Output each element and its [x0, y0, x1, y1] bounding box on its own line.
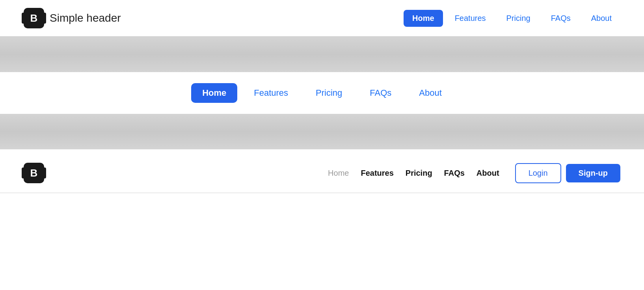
header-2: Home Features Pricing FAQs About	[0, 72, 644, 114]
nav3-about[interactable]: About	[476, 169, 499, 178]
brand: B Simple header	[24, 8, 121, 28]
nav1-home[interactable]: Home	[404, 10, 443, 27]
gray-band-2	[0, 114, 644, 149]
nav2-pricing[interactable]: Pricing	[305, 83, 353, 103]
login-button[interactable]: Login	[515, 163, 561, 183]
header-1: B Simple header Home Features Pricing FA…	[0, 0, 644, 36]
nav3-home[interactable]: Home	[328, 169, 349, 178]
header-3: B Home Features Pricing FAQs About Login…	[0, 153, 644, 193]
nav2-home[interactable]: Home	[191, 83, 237, 103]
nav2-faqs[interactable]: FAQs	[359, 83, 402, 103]
nav3-faqs[interactable]: FAQs	[444, 169, 465, 178]
brand-letter-3: B	[30, 167, 38, 179]
nav2-features[interactable]: Features	[243, 83, 299, 103]
nav-3: Home Features Pricing FAQs About	[328, 169, 499, 178]
signup-button[interactable]: Sign-up	[566, 164, 620, 182]
divider-3	[0, 193, 644, 193]
brand-title: Simple header	[50, 12, 121, 24]
brand-3: B	[24, 163, 44, 183]
brand-icon: B	[24, 8, 44, 28]
nav-1: Home Features Pricing FAQs About	[404, 10, 620, 27]
brand-letter: B	[30, 12, 38, 24]
nav3-pricing[interactable]: Pricing	[406, 169, 432, 178]
brand-icon-3: B	[24, 163, 44, 183]
nav2-about[interactable]: About	[408, 83, 453, 103]
nav-2: Home Features Pricing FAQs About	[191, 83, 453, 103]
gray-band-1	[0, 37, 644, 72]
nav1-pricing[interactable]: Pricing	[498, 10, 539, 27]
nav1-faqs[interactable]: FAQs	[542, 10, 579, 27]
nav3-features[interactable]: Features	[361, 169, 393, 178]
nav1-features[interactable]: Features	[446, 10, 495, 27]
nav1-about[interactable]: About	[583, 10, 620, 27]
